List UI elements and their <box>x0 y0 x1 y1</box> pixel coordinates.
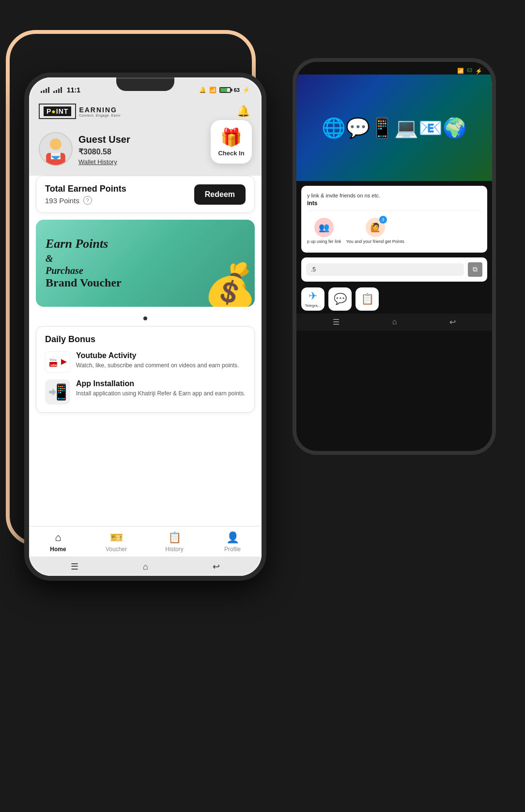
nav-item-voucher[interactable]: 🎫 Voucher <box>87 531 145 553</box>
profile-icon: 👤 <box>226 531 239 544</box>
android-home-button[interactable]: ⌂ <box>143 562 148 572</box>
nav-item-home[interactable]: ⌂ Home <box>29 531 87 553</box>
bg-referral-section: .5 ⧉ <box>301 257 487 282</box>
app-install-icon: 📲 <box>45 379 70 405</box>
user-info: Guest User ₹3080.58 Wallet History <box>39 132 130 166</box>
app-logo: P●INT EARNING Connect. Engage. Earn! <box>39 104 121 119</box>
bonus-item-youtube[interactable]: You ube Youtube Activity Watch, like, su… <box>45 351 246 373</box>
logo-box: P●INT <box>39 104 76 119</box>
nav-label-profile: Profile <box>224 546 241 553</box>
points-card: Total Earned Points 193 Points ? Redeem <box>36 176 255 213</box>
charging-icon: ⚡ <box>243 87 250 93</box>
bottom-nav: ⌂ Home 🎫 Voucher 📋 History 👤 Profile <box>29 526 262 556</box>
bottom-spacer <box>29 420 262 429</box>
nav-label-home: Home <box>50 546 66 553</box>
app-install-bonus-name: App Installation <box>76 379 246 388</box>
bg-friend-item-2: 🙋 3 You and your friend get Points <box>346 218 404 244</box>
user-balance: ₹3080.58 <box>78 147 130 156</box>
background-phone: 📶 63 ⚡ 🌐💬📱💻📧🌍 y link & invite friends on… <box>293 58 496 455</box>
user-details: Guest User ₹3080.58 Wallet History <box>78 132 130 165</box>
status-right: 🔔 📶 63 ⚡ <box>199 87 250 93</box>
nav-item-profile[interactable]: 👤 Profile <box>203 531 262 553</box>
youtube-bonus-text: Youtube Activity Watch, like, subscribe … <box>76 351 239 370</box>
bg-friend-item-1: 👥 p up using fer link <box>307 218 341 244</box>
bg-copy-button[interactable]: ⧉ <box>468 262 482 277</box>
redeem-button[interactable]: Redeem <box>194 184 246 205</box>
battery-percent: 63 <box>234 87 240 93</box>
youtube-bonus-desc: Watch, like, subscribe and comment on vi… <box>76 361 239 370</box>
youtube-bonus-name: Youtube Activity <box>76 351 239 360</box>
banner-dots <box>29 314 262 322</box>
wifi-icon: 📶 <box>209 87 216 93</box>
banner-bag-image: 💰 <box>203 261 255 307</box>
points-help-icon[interactable]: ? <box>83 196 92 205</box>
user-section: Guest User ₹3080.58 Wallet History 🎁 Che… <box>29 127 262 176</box>
bg-telegram-icon[interactable]: ✈ Telegra... <box>301 287 324 311</box>
phone-notch <box>116 77 174 91</box>
nav-label-history: History <box>165 546 183 553</box>
logo-point-text: P●INT <box>44 106 71 116</box>
banner-dot-1 <box>143 316 147 320</box>
wallet-history-link[interactable]: Wallet History <box>78 158 130 165</box>
daily-bonus-section: Daily Bonus You ube <box>36 326 255 413</box>
main-phone: 11:1 🔔 📶 63 ⚡ P●INT <box>24 73 266 581</box>
bg-status-bar: 📶 63 ⚡ <box>296 62 492 75</box>
android-menu-button[interactable]: ☰ <box>71 561 78 572</box>
daily-bonus-title: Daily Bonus <box>45 334 246 345</box>
home-icon: ⌂ <box>55 531 61 544</box>
banner-text: Earn Points & Purchase Brand Voucher <box>36 227 131 299</box>
notification-icon: 🔔 <box>199 87 206 93</box>
points-value-row: 193 Points ? <box>45 196 126 205</box>
points-value: 193 Points <box>45 196 79 205</box>
signal-bars-2 <box>53 87 62 93</box>
bg-apps-row: ✈ Telegra... 💬 📋 <box>296 285 492 314</box>
bg-note-icon[interactable]: 📋 <box>355 287 379 311</box>
logo-earning-text: EARNING Connect. Engage. Earn! <box>79 106 121 117</box>
android-back-button[interactable]: ↩ <box>213 561 220 572</box>
app-install-bonus-desc: Install application using Khatriji Refer… <box>76 390 246 398</box>
main-scroll-area[interactable]: Total Earned Points 193 Points ? Redeem … <box>29 166 262 526</box>
banner-ampersand: & <box>46 251 122 265</box>
battery-icon <box>219 87 231 93</box>
checkin-gift-icon: 🎁 <box>220 127 242 148</box>
points-title: Total Earned Points <box>45 184 126 194</box>
svg-text:You: You <box>49 358 57 362</box>
banner-title-line3: Brand Voucher <box>46 276 122 289</box>
checkin-button[interactable]: 🎁 Check In <box>211 120 252 164</box>
points-info: Total Earned Points 193 Points ? <box>45 184 126 205</box>
bg-chat-icon[interactable]: 💬 <box>328 287 352 311</box>
app-content: P●INT EARNING Connect. Engage. Earn! 🔔 <box>29 98 262 577</box>
earn-points-banner[interactable]: Earn Points & Purchase Brand Voucher 💰 <box>36 220 255 307</box>
nav-label-voucher: Voucher <box>106 546 127 553</box>
banner-title-line2: Purchase <box>46 265 122 276</box>
banner-title-line1: Earn Points <box>46 237 122 251</box>
voucher-icon: 🎫 <box>110 531 123 544</box>
bg-invite-card: y link & invite friends on ns etc. ints … <box>301 186 487 253</box>
avatar <box>39 132 73 166</box>
status-left: 11:1 <box>41 86 80 94</box>
history-icon: 📋 <box>168 531 181 544</box>
notification-bell-button[interactable]: 🔔 <box>234 103 252 120</box>
user-name: Guest User <box>78 134 130 145</box>
signal-bars-1 <box>41 87 49 93</box>
bonus-item-app-install[interactable]: 📲 App Installation Install application u… <box>45 379 246 405</box>
android-nav-bar: ☰ ⌂ ↩ <box>29 556 262 577</box>
bg-banner-image: 🌐💬📱💻📧🌍 <box>296 75 492 181</box>
time-display: 11:1 <box>67 86 80 94</box>
app-install-bonus-text: App Installation Install application usi… <box>76 379 246 398</box>
checkin-label: Check In <box>218 150 244 157</box>
nav-item-history[interactable]: 📋 History <box>145 531 203 553</box>
youtube-icon: You ube <box>45 351 70 373</box>
svg-text:ube: ube <box>50 363 58 367</box>
svg-point-1 <box>50 138 62 150</box>
